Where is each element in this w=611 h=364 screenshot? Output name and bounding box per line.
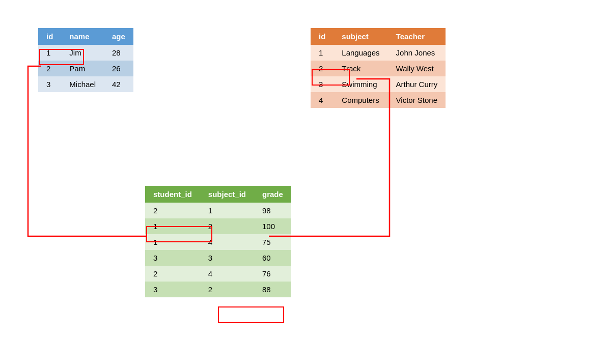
grade-student-id: 1	[145, 218, 200, 234]
grade-student-id: 2	[145, 266, 200, 282]
teacher-id: 3	[311, 76, 334, 92]
grade-subject-id: 4	[200, 266, 254, 282]
teacher-id: 1	[311, 45, 334, 61]
students-col-age: age	[104, 28, 133, 45]
grade-student-id: 2	[145, 203, 200, 218]
teacher-subject: Computers	[334, 92, 387, 108]
teachers-col-subject: subject	[334, 28, 387, 45]
grade-student-id: 1	[145, 234, 200, 250]
student-age: 28	[104, 45, 133, 61]
grades-col-grade: grade	[254, 186, 291, 203]
grades-table: student_id subject_id grade 2 1 98 1 2 1…	[145, 186, 291, 297]
table-row: 3 Michael 42	[38, 76, 133, 92]
highlight-grade-subject-id-2	[218, 306, 284, 323]
teacher-name: Arthur Curry	[388, 76, 446, 92]
teacher-id: 2	[311, 61, 334, 76]
table-row: 2 4 76	[145, 266, 291, 282]
teacher-subject: Swimming	[334, 76, 387, 92]
teacher-subject: Track	[334, 61, 387, 76]
grade-subject-id: 1	[200, 203, 254, 218]
students-table: id name age 1 Jim 28 2 Pam 26 3 Michael …	[38, 28, 133, 92]
table-row: 3 2 88	[145, 282, 291, 297]
grade-value: 60	[254, 250, 291, 266]
grade-student-id: 3	[145, 282, 200, 297]
teacher-name: John Jones	[388, 45, 446, 61]
student-name: Jim	[61, 45, 104, 61]
grade-student-id: 3	[145, 250, 200, 266]
student-id: 3	[38, 76, 61, 92]
grade-value: 76	[254, 266, 291, 282]
grade-value: 100	[254, 218, 291, 234]
grade-value: 88	[254, 282, 291, 297]
student-name: Michael	[61, 76, 104, 92]
teacher-id: 4	[311, 92, 334, 108]
grades-table-container: student_id subject_id grade 2 1 98 1 2 1…	[145, 186, 291, 297]
grade-value: 75	[254, 234, 291, 250]
grade-subject-id: 4	[200, 234, 254, 250]
table-row: 2 1 98	[145, 203, 291, 218]
teacher-name: Victor Stone	[388, 92, 446, 108]
table-row: 3 3 60	[145, 250, 291, 266]
table-row: 2 Track Wally West	[311, 61, 446, 76]
student-age: 42	[104, 76, 133, 92]
grade-subject-id: 2	[200, 282, 254, 297]
teachers-table: id subject Teacher 1 Languages John Jone…	[311, 28, 446, 108]
student-id: 2	[38, 61, 61, 76]
students-col-name: name	[61, 28, 104, 45]
student-age: 26	[104, 61, 133, 76]
teacher-name: Wally West	[388, 61, 446, 76]
table-row: 4 Computers Victor Stone	[311, 92, 446, 108]
students-col-id: id	[38, 28, 61, 45]
table-row: 3 Swimming Arthur Curry	[311, 76, 446, 92]
table-row: 1 Jim 28	[38, 45, 133, 61]
students-table-container: id name age 1 Jim 28 2 Pam 26 3 Michael …	[38, 28, 133, 92]
teachers-table-container: id subject Teacher 1 Languages John Jone…	[311, 28, 446, 108]
teachers-col-teacher: Teacher	[388, 28, 446, 45]
teacher-subject: Languages	[334, 45, 387, 61]
student-name: Pam	[61, 61, 104, 76]
table-row: 1 4 75	[145, 234, 291, 250]
grade-value: 98	[254, 203, 291, 218]
table-row: 1 Languages John Jones	[311, 45, 446, 61]
grade-subject-id: 3	[200, 250, 254, 266]
grades-col-student-id: student_id	[145, 186, 200, 203]
teachers-col-id: id	[311, 28, 334, 45]
student-id: 1	[38, 45, 61, 61]
table-row: 2 Pam 26	[38, 61, 133, 76]
grade-subject-id: 2	[200, 218, 254, 234]
grades-col-subject-id: subject_id	[200, 186, 254, 203]
table-row: 1 2 100	[145, 218, 291, 234]
